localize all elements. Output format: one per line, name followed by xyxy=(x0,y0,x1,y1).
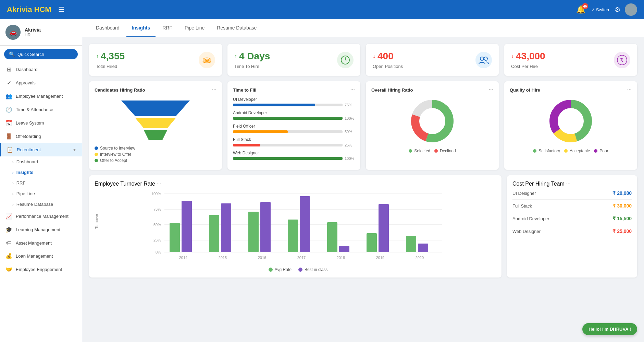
sidebar-item-label: Off-Boarding xyxy=(16,134,76,139)
bar-label: Full Stack xyxy=(233,137,355,142)
sidebar-item-learning-management[interactable]: 🎓 Learning Management xyxy=(0,223,82,236)
legend-dot-green xyxy=(533,149,536,153)
quick-search-bar[interactable]: 🔍 Quick Search xyxy=(4,49,78,59)
sidebar-item-leave-system[interactable]: 📅 Leave System xyxy=(0,116,82,130)
sidebar-item-label: Approvals xyxy=(16,80,76,85)
sidebar-item-recruitment[interactable]: 📋 Recruitment ▼ xyxy=(0,143,82,156)
svg-rect-40 xyxy=(327,222,337,252)
bar-track xyxy=(233,104,343,106)
sidebar-item-label: Asset Mangement xyxy=(16,240,76,246)
chart-cost-per-hiring-team: Cost Per Hiring Team ··· UI Designer ₹ 2… xyxy=(507,175,637,278)
cost-value: ₹ 25,000 xyxy=(612,228,632,234)
bar-row: Field Officer 50% xyxy=(233,124,355,134)
tab-pipeline[interactable]: Pipe Line xyxy=(179,19,210,37)
svg-text:2014: 2014 xyxy=(179,256,187,260)
svg-rect-41 xyxy=(339,246,349,252)
svg-text:2020: 2020 xyxy=(416,256,424,260)
notification-bell[interactable]: 🔔 46 xyxy=(576,5,585,14)
tab-rrf[interactable]: RRF xyxy=(157,19,178,37)
cost-row: Web Designer ₹ 25,000 xyxy=(512,225,632,237)
chevron-right-icon: › xyxy=(12,181,14,185)
open-positions-label: Open Positions xyxy=(373,64,403,69)
card-menu-icon[interactable]: ··· xyxy=(157,181,161,187)
sidebar-item-loan-management[interactable]: 💰 Loan Management xyxy=(0,249,82,263)
card-menu-icon[interactable]: ··· xyxy=(566,181,570,187)
svg-rect-31 xyxy=(209,215,219,252)
sidebar-item-asset-management[interactable]: 🏷 Asset Mangement xyxy=(0,236,82,249)
sidebar-item-approvals[interactable]: ✓ Approvals xyxy=(0,76,82,90)
sidebar-profile: 🚗 Akrivia HR xyxy=(0,19,82,46)
chevron-right-icon: › xyxy=(12,192,14,196)
bar-track xyxy=(233,144,343,146)
chevron-down-icon: ▼ xyxy=(73,148,76,152)
user-avatar[interactable] xyxy=(625,3,637,16)
sub-item-dashboard[interactable]: › Dashboard xyxy=(7,156,82,167)
open-positions-value: 400 xyxy=(377,51,394,62)
cost-value: ₹ 30,000 xyxy=(612,203,632,209)
cost-role: Web Designer xyxy=(512,229,541,234)
sub-item-rrf[interactable]: › RRF xyxy=(7,178,82,188)
hamburger-icon[interactable]: ☰ xyxy=(58,5,64,14)
sidebar-item-label: Leave System xyxy=(16,120,76,126)
bar-fill xyxy=(233,157,343,160)
svg-rect-46 xyxy=(406,236,416,252)
sub-item-pipeline[interactable]: › Pipe Line xyxy=(7,188,82,199)
card-menu-icon[interactable]: ··· xyxy=(350,87,355,93)
svg-text:25%: 25% xyxy=(153,238,161,242)
svg-marker-10 xyxy=(144,130,168,140)
chart-employee-turnover: Employee Turnover Rate ··· Turnover xyxy=(89,175,501,278)
legend-dot-yellow xyxy=(95,153,98,156)
tab-insights[interactable]: Insights xyxy=(126,19,156,37)
card-menu-icon[interactable]: ··· xyxy=(489,87,493,93)
stat-card-cost-per-hire: ↓ 43,000 Cost Per Hire ₹ xyxy=(504,44,637,76)
sidebar-item-label: Dashboard xyxy=(16,67,76,72)
chart-overall-hiring-ratio: Overall Hiring Ratio ··· Selected xyxy=(366,81,499,170)
chart-candidates-hiring-ratio: Candidates Hiring Ratio ··· Source to In… xyxy=(89,81,222,170)
chart-title: Overall Hiring Ratio xyxy=(371,87,413,93)
bar-row: Web Designer 100% xyxy=(233,151,355,161)
tab-dashboard[interactable]: Dashboard xyxy=(90,19,125,37)
sidebar-item-dashboard[interactable]: ⊞ Dashboard xyxy=(0,63,82,76)
sidebar-item-employee-engagement[interactable]: 🤝 Employee Engagement xyxy=(0,263,82,276)
arrow-down-icon: ↓ xyxy=(511,53,514,59)
card-menu-icon[interactable]: ··· xyxy=(627,87,632,93)
sidebar-item-performance-management[interactable]: 📈 Performance Management xyxy=(0,210,82,223)
profile-avatar: 🚗 xyxy=(5,25,21,40)
svg-rect-37 xyxy=(288,220,298,252)
top-nav: Akrivia HCM ☰ 🔔 46 ↗ Switch ⚙ xyxy=(0,0,644,19)
total-hired-value: 4,355 xyxy=(101,51,125,62)
svg-marker-9 xyxy=(135,118,176,128)
switch-icon: ↗ xyxy=(591,7,595,12)
bar-pct: 25% xyxy=(345,143,355,147)
sub-item-insights[interactable]: › Insights xyxy=(7,167,82,178)
total-hired-icon xyxy=(199,52,215,68)
profile-name: Akrivia xyxy=(25,27,41,33)
cost-row: Full Stack ₹ 30,000 xyxy=(512,200,632,212)
sub-item-resume[interactable]: › Resume Database xyxy=(7,199,82,210)
bar-fill xyxy=(233,104,315,106)
arrow-down-icon: ↓ xyxy=(373,53,375,59)
sidebar-item-employee-management[interactable]: 👥 Employee Management xyxy=(0,90,82,103)
switch-button[interactable]: ↗ Switch xyxy=(591,7,609,12)
bar-fill xyxy=(233,130,288,133)
turnover-bar-chart: Turnover 100% 75% 50% xyxy=(95,187,496,272)
bar-label: Android Developer xyxy=(233,110,355,115)
cost-row: Android Developer ₹ 15,500 xyxy=(512,212,632,225)
sidebar-item-label: Employee Engagement xyxy=(16,267,76,272)
sidebar: 🚗 Akrivia HR 🔍 Quick Search ⊞ Dashboard … xyxy=(0,19,82,342)
sidebar-item-off-boarding[interactable]: 🚪 Off-Boarding xyxy=(0,130,82,143)
sidebar-item-time-attendance[interactable]: 🕐 Time & Attendance xyxy=(0,103,82,116)
app-brand: Akrivia HCM xyxy=(7,5,51,14)
time-attendance-icon: 🕐 xyxy=(5,106,12,113)
learning-icon: 🎓 xyxy=(5,226,12,233)
cost-role: Full Stack xyxy=(512,203,532,209)
card-menu-icon[interactable]: ··· xyxy=(212,87,216,93)
gear-icon[interactable]: ⚙ xyxy=(615,5,621,14)
tab-resume-database[interactable]: Resume Database xyxy=(211,19,262,37)
employee-management-icon: 👥 xyxy=(5,93,12,99)
notification-badge: 46 xyxy=(582,3,588,9)
bar-track xyxy=(233,157,343,160)
chat-bubble[interactable]: Hello! I'm DHRUVA ! xyxy=(582,323,637,335)
tabs-bar: Dashboard Insights RRF Pipe Line Resume … xyxy=(82,19,644,37)
funnel-svg xyxy=(118,97,193,142)
